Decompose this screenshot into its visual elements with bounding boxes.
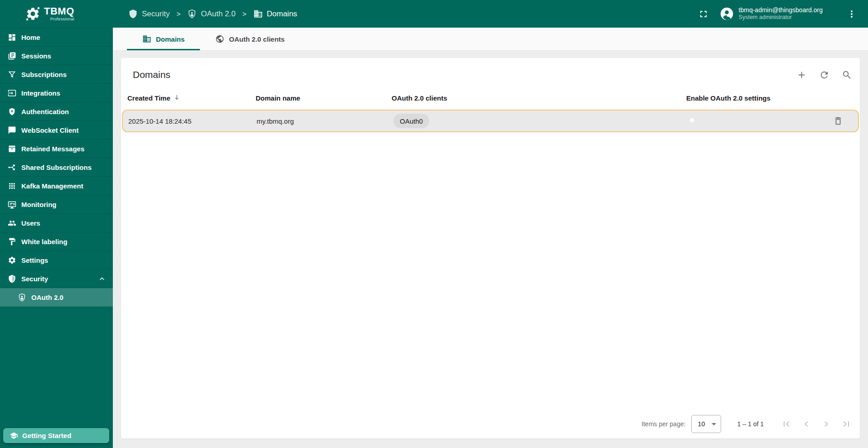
user-role: System administrator (739, 14, 823, 21)
sidebar-nav: Home Sessions Subscriptions Integrations… (0, 28, 113, 307)
delete-domain-button[interactable] (832, 115, 844, 127)
more-menu-button[interactable] (845, 8, 858, 20)
getting-started-button[interactable]: Getting Started (3, 428, 109, 443)
topbar-right: tbmq-admin@thingsboard.org System admini… (697, 6, 858, 21)
fullscreen-icon (698, 9, 709, 19)
sidebar-item-integrations[interactable]: Integrations (0, 84, 113, 102)
breadcrumb-separator: > (176, 10, 180, 18)
add-icon (796, 70, 807, 80)
refresh-button[interactable] (818, 69, 830, 81)
dashboard-icon (7, 33, 16, 42)
breadcrumb: Security > OAuth 2.0 > Domains (128, 9, 297, 19)
column-header-enable-oauth: Enable OAuth 2.0 settings (686, 94, 824, 102)
split-icon (7, 163, 16, 172)
sidebar-item-settings[interactable]: Settings (0, 251, 113, 270)
oauth-client-chip: OAuth0 (393, 114, 429, 128)
table-header-row: Created Time Domain name OAuth 2.0 clien… (121, 88, 860, 108)
sidebar-item-oauth2[interactable]: OAuth 2.0 (0, 288, 113, 307)
logo-title: TBMQ (44, 6, 74, 16)
page-title: Domains (133, 69, 170, 80)
avatar[interactable] (719, 6, 734, 21)
cell-created-time: 2025-10-14 18:24:45 (128, 117, 257, 125)
sidebar-item-sessions[interactable]: Sessions (0, 47, 113, 65)
globe-icon (215, 34, 224, 43)
content-area: Domains Creat (113, 51, 868, 448)
filter-icon (7, 70, 16, 79)
gear-icon (7, 255, 16, 265)
add-domain-button[interactable] (795, 69, 807, 81)
search-icon (842, 70, 852, 80)
sidebar-item-monitoring[interactable]: Monitoring (0, 195, 113, 214)
sidebar: TBMQ Professional Home Sessions Subscrip… (0, 0, 113, 448)
library-icon (7, 51, 16, 60)
shield-icon (128, 9, 138, 19)
breadcrumb-item-security[interactable]: Security (128, 9, 170, 19)
more-vert-icon (846, 9, 857, 19)
getting-started-label: Getting Started (22, 432, 71, 439)
main-area: Security > OAuth 2.0 > Domains (113, 0, 868, 448)
sidebar-item-kafka-management[interactable]: Kafka Management (0, 177, 113, 195)
sidebar-item-shared-subscriptions[interactable]: Shared Subscriptions (0, 158, 113, 177)
input-icon (7, 88, 16, 97)
first-page-icon (781, 419, 792, 429)
apps-grid-icon (7, 181, 16, 190)
last-page-button[interactable] (836, 414, 856, 434)
sidebar-item-subscriptions[interactable]: Subscriptions (0, 65, 113, 84)
prev-page-button[interactable] (796, 414, 816, 434)
people-icon (7, 218, 16, 227)
cell-enable-oauth (687, 117, 824, 125)
next-page-button[interactable] (816, 414, 836, 434)
user-shield-icon (187, 9, 197, 19)
tbmq-logo[interactable]: TBMQ Professional (0, 0, 113, 28)
school-icon (10, 431, 18, 440)
cell-domain-name: my.tbmq.org (257, 117, 393, 125)
refresh-icon (819, 70, 829, 80)
table-toolbar (795, 69, 853, 81)
breadcrumb-item-domains: Domains (253, 9, 297, 19)
sidebar-item-home[interactable]: Home (0, 28, 113, 47)
items-per-page-select[interactable]: 10 (691, 415, 721, 433)
monitor-icon (7, 200, 16, 209)
page-range-label: 1 – 1 of 1 (737, 420, 764, 428)
sidebar-item-authentication[interactable]: Authentication (0, 102, 113, 121)
search-button[interactable] (841, 69, 853, 81)
sidebar-item-websocket-client[interactable]: WebSocket Client (0, 121, 113, 140)
shield-icon (7, 274, 16, 283)
user-email: tbmq-admin@thingsboard.org (739, 6, 823, 14)
chevron-left-icon (801, 419, 812, 429)
sidebar-item-security[interactable]: Security (0, 270, 113, 288)
app-root: TBMQ Professional Home Sessions Subscrip… (0, 0, 868, 448)
column-header-oauth-clients: OAuth 2.0 clients (392, 94, 686, 102)
tab-oauth2-clients[interactable]: OAuth 2.0 clients (200, 28, 300, 50)
archive-icon (7, 144, 16, 153)
cell-oauth-clients: OAuth0 (393, 114, 687, 128)
domain-icon (253, 9, 263, 19)
chevron-right-icon (821, 419, 832, 429)
top-bar: Security > OAuth 2.0 > Domains (113, 0, 868, 28)
column-header-domain-name[interactable]: Domain name (256, 94, 392, 102)
breadcrumb-item-oauth2[interactable]: OAuth 2.0 (187, 9, 236, 19)
fullscreen-button[interactable] (697, 8, 710, 20)
user-menu[interactable]: tbmq-admin@thingsboard.org System admini… (739, 6, 823, 21)
card-header: Domains (121, 58, 860, 88)
tab-bar: Domains OAuth 2.0 clients (113, 28, 868, 51)
sidebar-item-users[interactable]: Users (0, 214, 113, 232)
user-shield-icon (17, 293, 26, 302)
paint-icon (7, 237, 16, 246)
chevron-up-icon (97, 274, 107, 283)
caret-down-icon (712, 423, 716, 425)
sort-desc-arrow-icon (173, 94, 180, 102)
logo-subtitle: Professional (50, 17, 74, 21)
tab-domains[interactable]: Domains (127, 28, 200, 50)
column-header-created-time[interactable]: Created Time (127, 94, 256, 102)
table-row[interactable]: 2025-10-14 18:24:45 my.tbmq.org OAuth0 (122, 110, 859, 132)
domains-card: Domains Creat (121, 58, 860, 438)
sidebar-item-white-labeling[interactable]: White labeling (0, 232, 113, 251)
items-per-page-label: Items per page: (641, 420, 685, 428)
breadcrumb-separator: > (242, 10, 247, 18)
shield-lock-icon (7, 107, 16, 116)
first-page-button[interactable] (776, 414, 796, 434)
sidebar-item-retained-messages[interactable]: Retained Messages (0, 140, 113, 158)
domain-icon (142, 34, 151, 43)
tbmq-logo-icon (25, 6, 40, 21)
